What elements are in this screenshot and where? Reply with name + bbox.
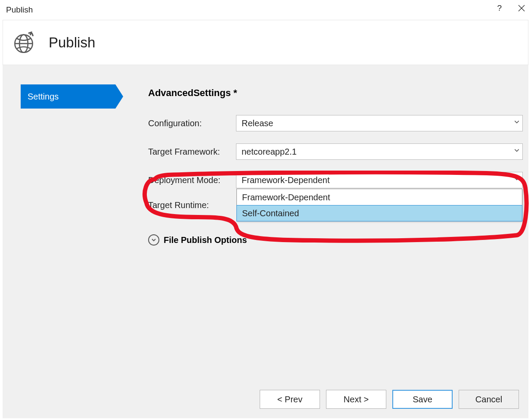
window-titlebar: Publish ? <box>0 0 531 20</box>
settings-content: AdvancedSettings * Configuration: Releas… <box>148 87 523 246</box>
dropdown-item-self-contained[interactable]: Self-Contained <box>236 205 522 221</box>
globe-publish-icon <box>12 31 35 54</box>
header-banner: Publish <box>3 20 528 65</box>
dialog-body: Settings AdvancedSettings * Configuratio… <box>3 65 528 418</box>
save-button[interactable]: Save <box>392 390 453 409</box>
window-title: Publish <box>6 5 33 15</box>
close-icon[interactable] <box>518 5 525 12</box>
expander-file-publish-options[interactable]: File Publish Options <box>148 234 523 246</box>
expander-label: File Publish Options <box>164 235 247 245</box>
chevron-down-icon <box>514 117 520 123</box>
row-target-framework: Target Framework: netcoreapp2.1 <box>148 143 523 160</box>
cancel-button[interactable]: Cancel <box>459 390 519 409</box>
label-deployment-mode: Deployment Mode: <box>148 175 236 185</box>
row-configuration: Configuration: Release <box>148 115 523 131</box>
page-title: Publish <box>49 34 95 51</box>
combo-deployment-mode[interactable]: Framework-Dependent Framework-Dependent … <box>236 172 523 188</box>
help-icon[interactable]: ? <box>497 3 502 13</box>
section-title: AdvancedSettings * <box>148 87 523 99</box>
combo-deployment-mode-value: Framework-Dependent <box>242 175 330 185</box>
combo-configuration[interactable]: Release <box>236 115 523 131</box>
nav-tab-settings[interactable]: Settings <box>21 84 115 109</box>
combo-target-framework[interactable]: netcoreapp2.1 <box>236 143 523 160</box>
chevron-down-circle-icon <box>148 234 159 246</box>
chevron-down-icon <box>514 174 520 180</box>
label-target-framework: Target Framework: <box>148 147 236 157</box>
combo-configuration-value: Release <box>242 118 273 128</box>
label-target-runtime: Target Runtime: <box>148 200 236 210</box>
prev-button[interactable]: < Prev <box>260 390 320 409</box>
next-button[interactable]: Next > <box>326 390 386 409</box>
chevron-down-icon <box>514 146 520 152</box>
button-bar: < Prev Next > Save Cancel <box>260 390 519 409</box>
row-deployment-mode: Deployment Mode: Framework-Dependent Fra… <box>148 172 523 188</box>
combo-target-framework-value: netcoreapp2.1 <box>242 147 297 157</box>
dropdown-item-framework-dependent[interactable]: Framework-Dependent <box>237 189 522 205</box>
dropdown-deployment-mode: Framework-Dependent Self-Contained <box>236 189 522 221</box>
label-configuration: Configuration: <box>148 118 236 128</box>
nav-tab-label: Settings <box>28 92 59 102</box>
